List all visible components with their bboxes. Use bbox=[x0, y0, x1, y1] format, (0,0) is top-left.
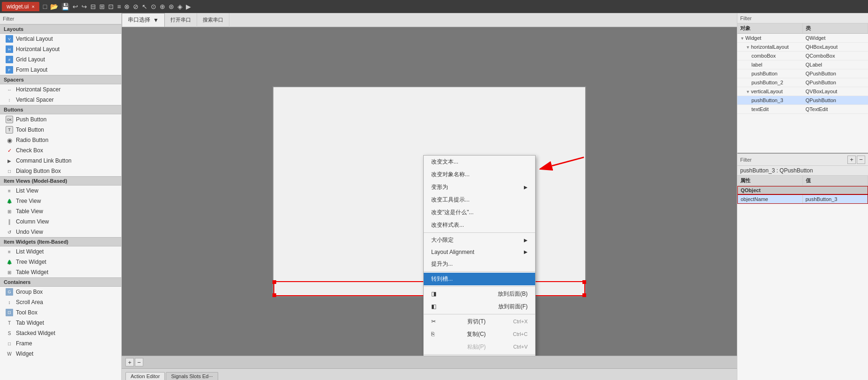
widget-item-push-button[interactable]: OK Push Button bbox=[0, 114, 121, 125]
copy-shortcut: Ctrl+C bbox=[513, 331, 528, 337]
widget-item-form-layout[interactable]: F Form Layout bbox=[0, 65, 121, 75]
tree-item-pushbutton3[interactable]: pushButton_3 QPushButton bbox=[737, 96, 868, 105]
tab-close-icon[interactable]: × bbox=[31, 4, 34, 9]
right-panel: Filter 对象 类 ▼Widget QWidget ▼horizontalL… bbox=[737, 13, 868, 380]
widget-item-table-widget[interactable]: ⊞ Table Widget bbox=[0, 267, 121, 277]
layout-v-icon[interactable]: ⊞ bbox=[98, 2, 106, 11]
right-filter-bar: Filter bbox=[737, 13, 868, 23]
grid-icon[interactable]: ⊡ bbox=[107, 2, 115, 11]
menu-item-cut[interactable]: ✂ 剪切(T) Ctrl+X bbox=[424, 315, 535, 328]
tree-item-combobox[interactable]: comboBox QComboBox bbox=[737, 52, 868, 60]
section-item-views: Item Views (Model-Based) bbox=[0, 176, 121, 186]
add-action-btn[interactable]: + bbox=[125, 358, 134, 366]
tree-item-label[interactable]: label QLabel bbox=[737, 60, 868, 69]
tree-item-v-layout[interactable]: ▼verticalLayout QVBoxLayout bbox=[737, 87, 868, 96]
tab-icon[interactable]: ⊙ bbox=[150, 2, 157, 11]
column-view-icon: ║ bbox=[6, 218, 13, 225]
signals-icon[interactable]: ⊛ bbox=[168, 2, 175, 11]
menu-item-change-name[interactable]: 改变对象名称... bbox=[424, 168, 535, 181]
resize-handle-tr[interactable] bbox=[582, 280, 586, 284]
open-window-btn[interactable]: 打开串口 bbox=[165, 13, 197, 27]
widget-item-dialog-button[interactable]: □ Dialog Button Box bbox=[0, 166, 121, 176]
widget-item-tree-widget[interactable]: 🌲 Tree Widget bbox=[0, 257, 121, 267]
widget-item-frame[interactable]: □ Frame bbox=[0, 338, 121, 349]
buddies-icon[interactable]: ⊕ bbox=[159, 2, 166, 11]
widget-item-undo-view[interactable]: ↺ Undo View bbox=[0, 227, 121, 237]
tree-item-widget[interactable]: ▼Widget QWidget bbox=[737, 34, 868, 43]
menu-item-select-ancestor[interactable]: 选择祖先 ▶ bbox=[424, 356, 535, 356]
pointer-icon[interactable]: ↖ bbox=[141, 2, 148, 11]
adjust-icon[interactable]: ⊘ bbox=[132, 2, 140, 11]
widget-item-scroll-area[interactable]: ↕ Scroll Area bbox=[0, 297, 121, 307]
menu-item-morph[interactable]: 变形为 ▶ bbox=[424, 181, 535, 194]
separator-5 bbox=[424, 354, 535, 355]
widget-item-table-view[interactable]: ⊞ Table View bbox=[0, 206, 121, 216]
widget-item-column-view[interactable]: ║ Column View bbox=[0, 216, 121, 227]
remove-action-btn[interactable]: − bbox=[135, 358, 143, 366]
remove-property-btn[interactable]: − bbox=[857, 156, 865, 164]
menu-item-promote[interactable]: 提升为... bbox=[424, 258, 535, 270]
tree-header: 对象 类 bbox=[737, 23, 868, 34]
window-selector-dropdown[interactable]: 串口选择 ▼ bbox=[122, 13, 165, 27]
widget-item-radio-button[interactable]: ◉ Radio Button bbox=[0, 135, 121, 145]
tree-item-textedit[interactable]: textEdit QTextEdit bbox=[737, 105, 868, 114]
widget-item-widget[interactable]: W Widget bbox=[0, 349, 121, 359]
form-layout-icon: F bbox=[6, 66, 13, 74]
tree-item-h-layout[interactable]: ▼horizontalLayout QHBoxLayout bbox=[737, 43, 868, 52]
grid-layout-icon: # bbox=[6, 56, 13, 63]
save-icon[interactable]: 💾 bbox=[60, 2, 70, 11]
menu-item-paste[interactable]: 粘贴(P) Ctrl+V bbox=[424, 341, 535, 353]
widget-item-command-link[interactable]: ▶ Command Link Button bbox=[0, 156, 121, 166]
tree-item-pushbutton2[interactable]: pushButton_2 QPushButton bbox=[737, 78, 868, 87]
widget-item-tool-button[interactable]: T Tool Button bbox=[0, 125, 121, 135]
widget-item-grid-layout[interactable]: # Grid Layout bbox=[0, 54, 121, 65]
widget-item-tool-box[interactable]: ⊡ Tool Box bbox=[0, 307, 121, 318]
menu-item-size-policy[interactable]: 大小限定 ▶ bbox=[424, 234, 535, 246]
widget-item-h-spacer[interactable]: ↔ Horizontal Spacer bbox=[0, 84, 121, 95]
widget-item-group-box[interactable]: G Group Box bbox=[0, 287, 121, 297]
cut-shortcut: Ctrl+X bbox=[513, 319, 528, 324]
preview-icon[interactable]: ▶ bbox=[185, 2, 192, 11]
section-item-widgets: Item Widgets (Item-Based) bbox=[0, 237, 121, 246]
resize-handle-tl[interactable] bbox=[272, 280, 276, 284]
resize-handle-bl[interactable] bbox=[272, 293, 276, 297]
menu-item-change-whatsthis[interactable]: 改变"这是什么"... bbox=[424, 206, 535, 219]
widget-item-tab-widget[interactable]: T Tab Widget bbox=[0, 318, 121, 328]
menu-item-copy[interactable]: ⎘ 复制(C) Ctrl+C bbox=[424, 328, 535, 341]
widget-item-horizontal-layout[interactable]: H Horizontal Layout bbox=[0, 44, 121, 54]
menu-item-goto-slot[interactable]: 转到槽... bbox=[424, 273, 535, 285]
open-icon[interactable]: 📂 bbox=[49, 2, 59, 11]
dialog-button-label: Dialog Button Box bbox=[16, 168, 61, 174]
add-property-btn[interactable]: + bbox=[847, 156, 856, 164]
break-layout-icon[interactable]: ⊗ bbox=[123, 2, 131, 11]
form-canvas[interactable]: 改变文本... 改变对象名称... 变形为 ▶ 改变工具提示... 改变"这是什… bbox=[272, 86, 586, 297]
list-widget-label: List Widget bbox=[16, 248, 44, 255]
menu-item-change-tooltip[interactable]: 改变工具提示... bbox=[424, 194, 535, 206]
menu-item-layout-alignment[interactable]: Layout Alignment ▶ bbox=[424, 246, 535, 258]
widget-item-tree-view[interactable]: 🌲 Tree View bbox=[0, 196, 121, 206]
signals-slots-tab[interactable]: Signals Slots Ed··· bbox=[166, 372, 218, 380]
resize-handle-br[interactable] bbox=[582, 293, 586, 297]
redo-icon[interactable]: ↪ bbox=[81, 2, 88, 11]
form-icon[interactable]: ≡ bbox=[116, 2, 122, 11]
widget-item-list-view[interactable]: ≡ List View bbox=[0, 186, 121, 196]
menu-item-change-text[interactable]: 改变文本... bbox=[424, 156, 535, 168]
layout-h-icon[interactable]: ⊟ bbox=[89, 2, 97, 11]
widget-item-check-box[interactable]: ✓ Check Box bbox=[0, 145, 121, 156]
widget-item-list-widget[interactable]: ≡ List Widget bbox=[0, 246, 121, 257]
widget-item-v-spacer[interactable]: ↕ Vertical Spacer bbox=[0, 95, 121, 105]
widget-item-stacked-widget[interactable]: S Stacked Widget bbox=[0, 328, 121, 338]
menu-item-bring-to-front[interactable]: ◧ 放到前面(F) bbox=[424, 300, 535, 313]
new-icon[interactable]: □ bbox=[42, 2, 48, 11]
prop-col-key: 属性 bbox=[737, 176, 803, 186]
action-editor-tab[interactable]: Action Editor bbox=[125, 372, 165, 380]
tree-item-pushbutton[interactable]: pushButton QPushButton bbox=[737, 69, 868, 78]
active-tab[interactable]: widget.ui × bbox=[2, 2, 39, 11]
widget-item-vertical-layout[interactable]: V Vertical Layout bbox=[0, 34, 121, 44]
menu-item-change-stylesheet[interactable]: 改变样式表... bbox=[424, 219, 535, 231]
undo-icon[interactable]: ↩ bbox=[72, 2, 79, 11]
search-window-btn[interactable]: 搜索串口 bbox=[197, 13, 229, 27]
prop-item-objectname[interactable]: objectName pushButton_3 bbox=[737, 194, 868, 204]
resource-icon[interactable]: ◈ bbox=[177, 2, 184, 11]
menu-item-send-to-back[interactable]: ◨ 放到后面(B) bbox=[424, 288, 535, 300]
